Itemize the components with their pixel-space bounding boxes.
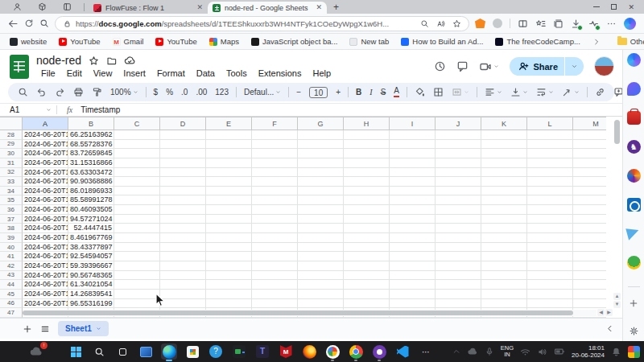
cell-K46[interactable] bbox=[481, 299, 527, 309]
cell-F46[interactable] bbox=[252, 299, 298, 309]
microphone-icon[interactable] bbox=[485, 347, 494, 356]
column-header-I[interactable]: I bbox=[390, 117, 436, 130]
cell-I45[interactable] bbox=[390, 290, 436, 299]
cell-G40[interactable] bbox=[298, 243, 344, 253]
row-header-44[interactable]: 44 bbox=[0, 280, 23, 290]
cell-D35[interactable] bbox=[160, 195, 206, 205]
cell-I32[interactable] bbox=[390, 168, 436, 178]
bookmark-gmail[interactable]: Gmail bbox=[113, 37, 144, 46]
cell-H36[interactable] bbox=[344, 205, 390, 215]
row-header-42[interactable]: 42 bbox=[0, 261, 23, 271]
search-icon[interactable] bbox=[39, 19, 49, 28]
cell-F40[interactable] bbox=[252, 243, 298, 253]
cell-A29[interactable]: 2024-06-20T12:2 bbox=[23, 140, 68, 150]
scroll-up-arrow[interactable]: ▲ bbox=[613, 293, 621, 300]
add-sheet-icon[interactable] bbox=[23, 324, 32, 334]
cell-L39[interactable] bbox=[527, 233, 573, 243]
cell-L31[interactable] bbox=[527, 158, 573, 168]
column-header-G[interactable]: G bbox=[298, 117, 344, 130]
cell-H30[interactable] bbox=[344, 149, 390, 158]
sidebar-add-icon[interactable] bbox=[629, 298, 638, 308]
close-button[interactable]: ✕ bbox=[628, 3, 634, 11]
workspaces-icon[interactable] bbox=[34, 2, 51, 11]
font-size-input-button[interactable]: 10 bbox=[306, 85, 331, 99]
sidebar-m365-icon[interactable] bbox=[627, 169, 641, 183]
cell-B31[interactable]: 31.15316866 bbox=[68, 158, 114, 168]
cell-G39[interactable] bbox=[298, 233, 344, 243]
cell-L44[interactable] bbox=[527, 280, 573, 290]
cell-M42[interactable] bbox=[573, 261, 606, 271]
taskbar-search-icon[interactable] bbox=[91, 343, 107, 360]
cell-I42[interactable] bbox=[390, 261, 436, 271]
bookmark-the-freecodecamp[interactable]: The freeCodeCamp... bbox=[495, 37, 580, 46]
cell-A46[interactable]: 2024-06-20T12:2 bbox=[23, 299, 68, 309]
formula-input[interactable]: Timestamp bbox=[80, 105, 120, 114]
cell-J36[interactable] bbox=[436, 205, 481, 215]
menu-file[interactable]: File bbox=[36, 68, 60, 79]
cell-B33[interactable]: 90.90368886 bbox=[68, 177, 114, 187]
cell-F33[interactable] bbox=[252, 177, 298, 187]
cell-C45[interactable] bbox=[114, 290, 160, 299]
cell-E43[interactable] bbox=[206, 271, 252, 281]
row-header-33[interactable]: 33 bbox=[0, 177, 23, 187]
cell-D29[interactable] bbox=[160, 140, 206, 150]
cell-C35[interactable] bbox=[114, 195, 160, 205]
cell-K30[interactable] bbox=[481, 149, 527, 158]
increase-font-size-button[interactable]: + bbox=[332, 85, 344, 99]
text-color-button[interactable]: A bbox=[390, 85, 402, 99]
onedrive-cloud-icon[interactable] bbox=[467, 346, 478, 357]
refresh-icon[interactable] bbox=[24, 19, 34, 28]
cell-H39[interactable] bbox=[344, 233, 390, 243]
cell-C29[interactable] bbox=[114, 140, 160, 150]
cell-C36[interactable] bbox=[114, 205, 160, 215]
cell-H28[interactable] bbox=[344, 130, 390, 140]
taskbar-chrome-icon[interactable] bbox=[348, 343, 364, 360]
cell-J28[interactable] bbox=[436, 130, 481, 140]
cell-G42[interactable] bbox=[298, 261, 344, 271]
cell-L28[interactable] bbox=[527, 130, 573, 140]
cell-J40[interactable] bbox=[436, 243, 481, 253]
cell-L41[interactable] bbox=[527, 252, 573, 261]
cell-G43[interactable] bbox=[298, 271, 344, 281]
sheets-logo-icon[interactable] bbox=[10, 55, 29, 79]
name-box[interactable]: A1 bbox=[0, 105, 56, 114]
cell-J31[interactable] bbox=[436, 158, 481, 168]
row-header-34[interactable]: 34 bbox=[0, 187, 23, 196]
cell-K29[interactable] bbox=[481, 140, 527, 150]
cell-H33[interactable] bbox=[344, 177, 390, 187]
cell-D44[interactable] bbox=[160, 280, 206, 290]
cell-M32[interactable] bbox=[573, 168, 606, 178]
cell-E33[interactable] bbox=[206, 177, 252, 187]
cell-K39[interactable] bbox=[481, 233, 527, 243]
taskbar-vscode-icon[interactable] bbox=[394, 343, 411, 360]
decrease-font-size-button[interactable]: − bbox=[293, 85, 304, 99]
cell-L38[interactable] bbox=[527, 224, 573, 233]
cell-H42[interactable] bbox=[344, 261, 390, 271]
bookmark-javascript-object-ba[interactable]: JavaScript object ba... bbox=[251, 37, 337, 46]
cell-H45[interactable] bbox=[344, 290, 390, 299]
cell-C37[interactable] bbox=[114, 215, 160, 224]
cell-K45[interactable] bbox=[481, 290, 527, 299]
cell-F32[interactable] bbox=[252, 168, 298, 178]
cell-G46[interactable] bbox=[298, 299, 344, 309]
text-rotation-button[interactable] bbox=[559, 85, 583, 99]
row-header-37[interactable]: 37 bbox=[0, 215, 23, 224]
cell-D45[interactable] bbox=[160, 290, 206, 299]
cell-D30[interactable] bbox=[160, 149, 206, 158]
maximize-button[interactable] bbox=[611, 4, 617, 10]
cell-G33[interactable] bbox=[298, 177, 344, 187]
minimize-button[interactable] bbox=[593, 6, 600, 7]
cell-F30[interactable] bbox=[252, 149, 298, 158]
cell-K34[interactable] bbox=[481, 187, 527, 196]
increase-decimals-button[interactable]: .00 bbox=[192, 85, 210, 99]
format-percent-button[interactable]: % bbox=[163, 85, 176, 99]
cell-A37[interactable]: 2024-06-20T12:2 bbox=[23, 215, 68, 224]
cell-J35[interactable] bbox=[436, 195, 481, 205]
cell-A30[interactable]: 2024-06-20T12:2 bbox=[23, 149, 68, 158]
cell-D37[interactable] bbox=[160, 215, 206, 224]
cell-D31[interactable] bbox=[160, 158, 206, 168]
cell-M34[interactable] bbox=[573, 187, 606, 196]
column-header-L[interactable]: L bbox=[527, 117, 573, 130]
more-formats-button[interactable]: 123 bbox=[212, 85, 232, 99]
cell-J41[interactable] bbox=[436, 252, 481, 261]
